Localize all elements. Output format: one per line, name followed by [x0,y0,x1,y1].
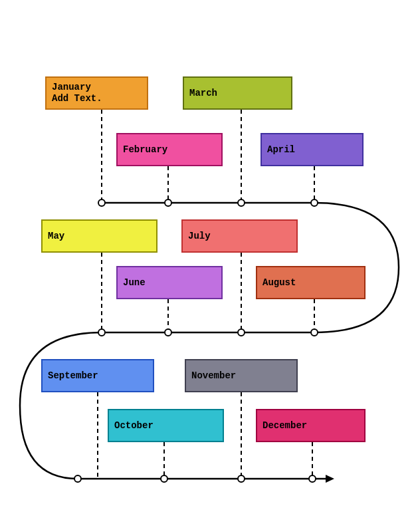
month-box-january: January Add Text. [45,76,148,110]
svg-point-18 [238,199,245,206]
month-box-august: August [256,266,366,299]
canvas: January Add Text.MarchFebruaryAprilMayJu… [0,0,420,506]
svg-point-23 [311,329,318,336]
month-box-february: February [116,133,223,166]
month-box-april: April [261,133,364,166]
month-box-march: March [183,76,292,110]
svg-point-16 [98,199,105,206]
month-box-september: September [41,359,154,392]
svg-point-21 [165,329,171,336]
month-box-december: December [256,409,366,442]
svg-marker-11 [326,475,334,483]
svg-point-24 [74,475,81,482]
svg-point-19 [311,199,318,206]
svg-point-25 [161,475,167,482]
month-box-november: November [185,359,298,392]
month-box-july: July [181,219,298,253]
month-box-october: October [108,409,224,442]
svg-point-26 [238,475,245,482]
svg-point-17 [165,199,171,206]
svg-point-22 [238,329,245,336]
svg-point-20 [98,329,105,336]
month-box-june: June [116,266,223,299]
svg-point-27 [309,475,316,482]
month-box-may: May [41,219,158,253]
